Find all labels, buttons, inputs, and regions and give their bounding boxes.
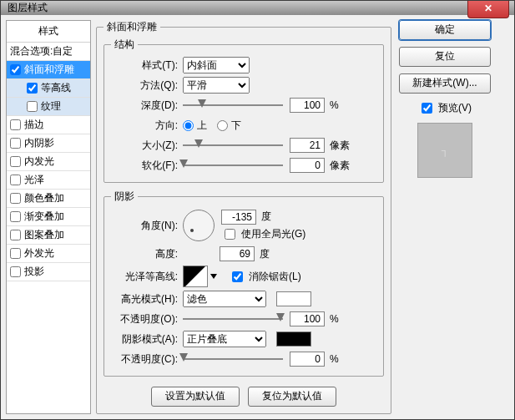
reset-default-button[interactable]: 复位为默认值	[248, 387, 336, 407]
style-row-checkbox[interactable]	[10, 230, 21, 240]
style-row[interactable]: 内发光	[7, 153, 90, 171]
highlight-opacity-slider[interactable]	[183, 313, 283, 325]
angle-label: 角度(N):	[111, 219, 183, 233]
gloss-contour-label: 光泽等高线:	[111, 270, 183, 284]
chevron-down-icon[interactable]	[210, 274, 217, 279]
soften-unit: 像素	[330, 159, 350, 173]
style-row[interactable]: 投影	[7, 263, 90, 281]
style-select[interactable]: 内斜面	[183, 57, 250, 73]
structure-legend: 结构	[111, 38, 138, 52]
shadow-color-swatch[interactable]	[276, 331, 311, 347]
preview-glyph: ┐	[442, 144, 449, 156]
style-row[interactable]: 外发光	[7, 245, 90, 263]
size-input[interactable]: 21	[290, 138, 325, 153]
preview-swatch: ┐	[417, 123, 472, 178]
style-row-checkbox[interactable]	[10, 193, 21, 204]
style-row-label: 外发光	[24, 246, 54, 261]
shadow-mode-select[interactable]: 正片叠底	[183, 331, 266, 347]
style-label: 样式(T):	[111, 58, 183, 73]
window-title: 图层样式	[1, 1, 48, 15]
direction-up-radio[interactable]: 上	[183, 119, 207, 133]
style-list: 样式 混合选项:自定 斜面和浮雕等高线纹理描边内阴影内发光光泽颜色叠加渐变叠加图…	[6, 20, 91, 414]
size-unit: 像素	[330, 139, 350, 153]
soften-slider[interactable]	[183, 159, 283, 171]
altitude-label: 高度:	[111, 247, 183, 261]
style-row[interactable]: 纹理	[7, 98, 90, 116]
style-row-label: 内发光	[24, 154, 54, 169]
highlight-mode-select[interactable]: 滤色	[183, 291, 266, 307]
altitude-input[interactable]: 69	[220, 246, 255, 261]
shadow-opacity-label: 不透明度(C):	[111, 352, 183, 367]
style-row-checkbox[interactable]	[27, 101, 38, 112]
angle-unit: 度	[261, 210, 271, 224]
preview-checkbox[interactable]: 预览(V)	[418, 100, 472, 116]
global-light-checkbox[interactable]: 使用全局光(G)	[221, 226, 305, 242]
altitude-unit: 度	[260, 247, 270, 261]
soften-label: 软化(F):	[111, 159, 183, 173]
style-row-label: 颜色叠加	[24, 191, 64, 205]
highlight-opacity-input[interactable]: 100	[290, 311, 325, 326]
style-row-label: 等高线	[41, 81, 71, 95]
window-close-button[interactable]: ✕	[467, 1, 509, 18]
size-slider[interactable]	[183, 139, 283, 151]
style-row-label: 描边	[24, 118, 44, 132]
style-row-label: 图案叠加	[24, 228, 64, 242]
cancel-button[interactable]: 复位	[399, 47, 491, 67]
style-row-label: 投影	[24, 265, 44, 279]
style-row-checkbox[interactable]	[10, 64, 21, 75]
style-row-checkbox[interactable]	[10, 211, 21, 222]
blending-options-row[interactable]: 混合选项:自定	[7, 43, 90, 61]
highlight-mode-label: 高光模式(H):	[111, 292, 183, 306]
style-row-label: 渐变叠加	[24, 210, 64, 224]
technique-label: 方法(Q):	[111, 78, 183, 93]
structure-group: 结构 样式(T): 内斜面 方法(Q): 平滑 深度	[104, 38, 384, 183]
depth-label: 深度(D):	[111, 99, 183, 113]
bevel-emboss-panel: 斜面和浮雕 结构 样式(T): 内斜面 方法(Q): 平滑	[96, 20, 391, 414]
blending-options-label: 混合选项:自定	[10, 44, 73, 58]
highlight-opacity-label: 不透明度(O):	[111, 312, 183, 326]
highlight-color-swatch[interactable]	[276, 291, 311, 306]
style-row-label: 光泽	[24, 173, 44, 187]
style-row-label: 内阴影	[24, 136, 54, 150]
depth-input[interactable]: 100	[290, 98, 325, 113]
depth-slider[interactable]	[183, 99, 283, 111]
style-row-checkbox[interactable]	[10, 175, 21, 185]
ok-button[interactable]: 确定	[399, 20, 491, 40]
style-row[interactable]: 图案叠加	[7, 226, 90, 245]
technique-select[interactable]: 平滑	[183, 77, 250, 94]
style-row[interactable]: 渐变叠加	[7, 208, 90, 226]
direction-down-radio[interactable]: 下	[217, 119, 241, 133]
style-row[interactable]: 等高线	[7, 79, 90, 98]
style-row[interactable]: 内阴影	[7, 134, 90, 153]
style-row-checkbox[interactable]	[10, 248, 21, 259]
style-row-checkbox[interactable]	[10, 119, 21, 130]
style-row-checkbox[interactable]	[10, 138, 21, 149]
shadow-mode-label: 阴影模式(A):	[111, 332, 183, 347]
angle-wheel[interactable]	[183, 210, 215, 241]
depth-unit: %	[330, 99, 339, 111]
style-row[interactable]: 斜面和浮雕	[7, 61, 90, 79]
panel-title: 斜面和浮雕	[104, 20, 160, 34]
new-style-button[interactable]: 新建样式(W)...	[399, 73, 491, 94]
style-row-label: 斜面和浮雕	[24, 63, 74, 77]
style-row-label: 纹理	[41, 99, 61, 114]
style-row[interactable]: 描边	[7, 116, 90, 134]
close-icon: ✕	[484, 3, 492, 14]
gloss-contour-picker[interactable]	[183, 266, 208, 287]
action-column: 确定 复位 新建样式(W)... 预览(V) ┐	[396, 20, 493, 414]
size-label: 大小(Z):	[111, 139, 183, 153]
shadow-opacity-input[interactable]: 0	[290, 352, 325, 367]
highlight-opacity-unit: %	[330, 313, 339, 325]
style-row[interactable]: 颜色叠加	[7, 190, 90, 208]
style-row-checkbox[interactable]	[10, 266, 21, 277]
make-default-button[interactable]: 设置为默认值	[151, 387, 240, 407]
shadow-opacity-slider[interactable]	[183, 353, 283, 365]
soften-input[interactable]: 0	[290, 158, 325, 173]
antialias-checkbox[interactable]: 消除锯齿(L)	[229, 269, 301, 285]
style-row[interactable]: 光泽	[7, 171, 90, 190]
style-row-checkbox[interactable]	[10, 156, 21, 167]
style-row-checkbox[interactable]	[27, 83, 38, 94]
shading-legend: 阴影	[111, 190, 138, 204]
angle-input[interactable]: -135	[221, 210, 256, 225]
shading-group: 阴影 角度(N): -135 度	[104, 190, 384, 377]
